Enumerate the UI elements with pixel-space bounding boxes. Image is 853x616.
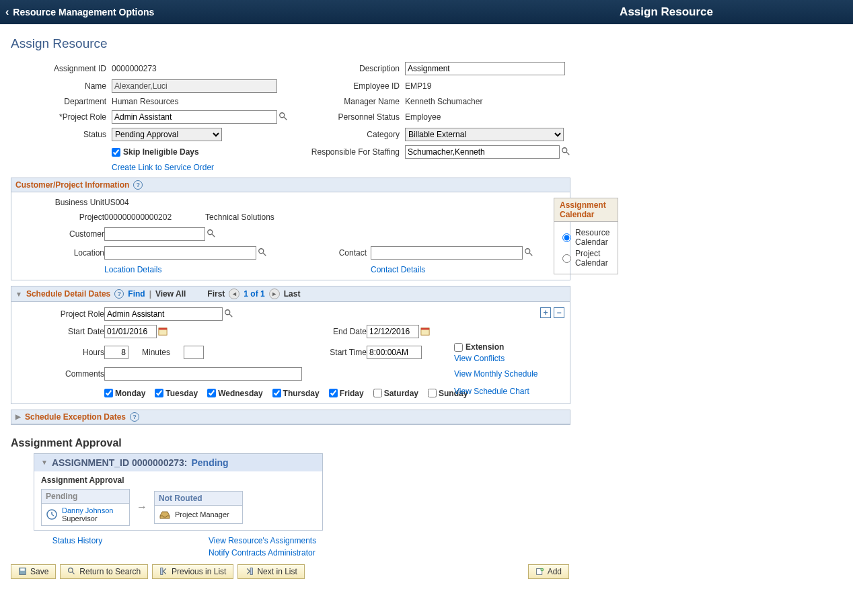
location-input[interactable] <box>104 246 256 260</box>
view-assignments-link[interactable]: View Resource's Assignments <box>209 536 316 545</box>
extension-checkbox[interactable] <box>454 343 463 352</box>
end-date-input[interactable] <box>367 325 419 338</box>
approval-box: ▼ ASSIGNMENT_ID 0000000273:Pending Assig… <box>34 453 323 531</box>
hours-label: Hours <box>17 348 104 357</box>
contact-label: Contact <box>333 248 367 258</box>
category-select[interactable]: Billable External <box>405 128 564 141</box>
svg-point-10 <box>225 309 230 314</box>
prev-button[interactable]: Previous in List <box>152 564 233 579</box>
assignment-id-value: 0000000273 <box>112 64 293 73</box>
search-icon[interactable] <box>524 247 533 259</box>
save-button[interactable]: Save <box>11 564 56 579</box>
location-label: Location <box>17 248 104 258</box>
back-label: Resource Management Options <box>13 7 154 17</box>
add-row-button[interactable]: + <box>540 307 551 318</box>
first-label: First <box>207 289 225 299</box>
svg-rect-20 <box>20 568 25 570</box>
svg-rect-24 <box>251 568 253 575</box>
main-form: Assignment ID 0000000273 Description Nam… <box>11 62 842 172</box>
responsible-input[interactable] <box>405 145 560 159</box>
manager-value: Kenneth Schumacher <box>405 97 573 106</box>
help-icon[interactable]: ? <box>133 180 143 190</box>
notify-contracts-link[interactable]: Notify Contracts Administrator <box>209 548 316 557</box>
view-chart-link[interactable]: View Schedule Chart <box>454 387 529 396</box>
sunday-checkbox[interactable] <box>428 389 437 397</box>
step2-role: Project Manager <box>175 510 229 518</box>
manager-label: Manager Name <box>299 97 400 106</box>
employee-id-label: Employee ID <box>299 81 400 91</box>
step2-title: Not Routed <box>155 492 242 506</box>
chevron-left-icon: ‹ <box>5 6 9 18</box>
view-monthly-link[interactable]: View Monthly Schedule <box>454 369 538 379</box>
sched-role-input[interactable] <box>104 307 223 321</box>
start-time-input[interactable] <box>367 346 422 359</box>
svg-line-1 <box>284 116 287 119</box>
start-date-input[interactable] <box>104 325 157 338</box>
comments-input[interactable] <box>104 367 302 381</box>
remove-row-button[interactable]: − <box>554 307 564 318</box>
collapse-icon[interactable]: ▼ <box>41 459 48 466</box>
service-order-link[interactable]: Create Link to Service Order <box>112 163 214 172</box>
header-title: Assign Resource <box>620 5 713 19</box>
search-icon[interactable] <box>224 309 233 320</box>
header-bar: ‹ Resource Management Options Assign Res… <box>0 0 853 24</box>
svg-point-4 <box>208 229 213 234</box>
wednesday-checkbox[interactable] <box>207 389 216 397</box>
help-icon[interactable]: ? <box>114 289 124 299</box>
project-calendar-label: Project Calendar <box>575 249 609 268</box>
next-button[interactable]: Next in List <box>237 564 304 579</box>
search-icon[interactable] <box>258 247 267 259</box>
description-input[interactable] <box>405 62 565 75</box>
bu-label: Business Unit <box>17 198 104 207</box>
svg-line-7 <box>263 252 266 255</box>
customer-input[interactable] <box>104 227 205 241</box>
schedule-exception-section: ▶ Schedule Exception Dates ? <box>11 410 570 425</box>
search-icon[interactable] <box>207 229 216 240</box>
count-label[interactable]: 1 of 1 <box>244 289 264 299</box>
project-role-input[interactable] <box>112 110 277 124</box>
find-link[interactable]: Find <box>128 289 145 299</box>
view-conflicts-link[interactable]: View Conflicts <box>454 354 505 363</box>
status-select[interactable]: Pending Approval <box>112 128 222 141</box>
svg-rect-15 <box>421 328 429 330</box>
resource-calendar-radio[interactable] <box>562 233 571 242</box>
back-button[interactable]: ‹ Resource Management Options <box>5 6 154 18</box>
customer-project-section: Customer/Project Information ? Business … <box>11 178 570 280</box>
start-time-label: Start Time <box>299 348 367 357</box>
return-button[interactable]: Return to Search <box>60 564 148 579</box>
next-nav-icon[interactable]: ► <box>269 288 280 299</box>
prev-nav-icon[interactable]: ◄ <box>229 288 239 299</box>
project-calendar-radio[interactable] <box>562 254 571 263</box>
thursday-checkbox[interactable] <box>272 389 281 397</box>
search-icon[interactable] <box>279 112 288 123</box>
skip-checkbox[interactable] <box>112 148 120 157</box>
tuesday-checkbox[interactable] <box>155 389 163 397</box>
location-details-link[interactable]: Location Details <box>104 265 161 274</box>
saturday-checkbox[interactable] <box>373 389 382 397</box>
search-icon[interactable] <box>561 147 570 158</box>
friday-checkbox[interactable] <box>329 389 338 397</box>
contact-details-link[interactable]: Contact Details <box>371 265 425 274</box>
expand-icon[interactable]: ▶ <box>15 413 21 420</box>
skip-label: Skip Ineligible Days <box>123 147 199 157</box>
status-history-link[interactable]: Status History <box>52 536 103 545</box>
add-button[interactable]: Add <box>528 564 569 579</box>
minutes-input[interactable] <box>184 346 204 359</box>
responsible-label: Responsible For Staffing <box>299 147 400 157</box>
calendar-icon[interactable] <box>420 327 430 336</box>
resource-calendar-label: Resource Calendar <box>575 228 609 247</box>
extension-label: Extension <box>466 342 504 352</box>
project-label: Project <box>17 213 104 222</box>
help-icon[interactable]: ? <box>130 412 139 422</box>
customer-section-title: Customer/Project Information <box>15 180 129 190</box>
svg-point-8 <box>525 248 530 253</box>
monday-checkbox[interactable] <box>104 389 113 397</box>
schedule-detail-section: ▼ Schedule Detail Dates ? Find | View Al… <box>11 286 570 404</box>
collapse-icon[interactable]: ▼ <box>15 291 22 298</box>
hours-input[interactable] <box>104 346 128 359</box>
contact-input[interactable] <box>371 246 523 260</box>
calendar-icon[interactable] <box>158 327 168 336</box>
approval-sub: Assignment Approval <box>41 475 316 485</box>
comments-label: Comments <box>17 369 104 379</box>
step1-name[interactable]: Danny Johnson <box>62 506 113 514</box>
